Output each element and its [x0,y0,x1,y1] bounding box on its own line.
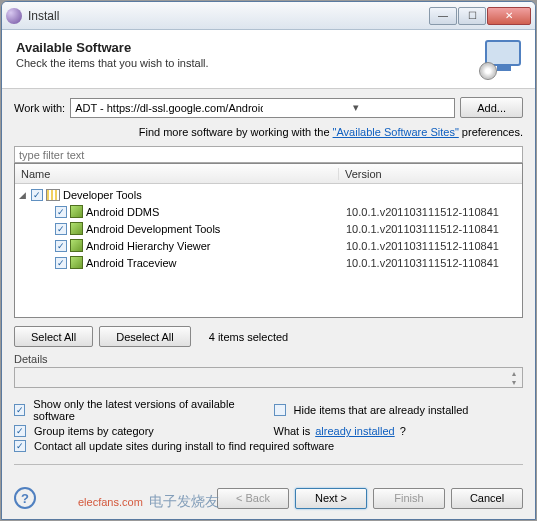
maximize-button[interactable]: ☐ [458,7,486,25]
checkbox[interactable]: ✓ [55,206,67,218]
chevron-down-icon: ▾ [263,101,451,114]
install-icon [479,40,521,82]
add-button[interactable]: Add... [460,97,523,118]
already-installed-link[interactable]: already installed [315,425,395,437]
software-tree: Name Version ◢ ✓ Developer Tools ✓ Andro… [14,163,523,318]
deselect-all-button[interactable]: Deselect All [99,326,190,347]
opt-show-latest: Show only the latest versions of availab… [33,398,263,422]
page-subtitle: Check the items that you wish to install… [16,57,479,69]
separator [14,464,523,465]
checkbox-hide-installed[interactable]: ✓ [274,404,286,416]
install-dialog: Install — ☐ ✕ Available Software Check t… [1,1,536,520]
tree-item[interactable]: ✓ Android Hierarchy Viewer 10.0.1.v20110… [15,237,522,254]
work-with-combo[interactable]: ADT - https://dl-ssl.google.com/Android/… [70,98,455,118]
select-all-button[interactable]: Select All [14,326,93,347]
minimize-button[interactable]: — [429,7,457,25]
tree-root-label: Developer Tools [63,189,142,201]
tree-item[interactable]: ✓ Android Traceview 10.0.1.v201103111512… [15,254,522,271]
opt-contact-sites: Contact all update sites during install … [34,440,334,452]
wizard-header: Available Software Check the items that … [2,30,535,89]
filter-input[interactable] [14,146,523,163]
work-with-value: ADT - https://dl-ssl.google.com/Android/… [75,102,263,114]
details-label: Details [14,353,523,365]
sites-hint: Find more software by working with the "… [14,126,523,138]
category-icon [46,189,60,201]
what-is-text: What is [274,425,311,437]
cancel-button[interactable]: Cancel [451,488,523,509]
package-icon [70,239,83,252]
package-icon [70,256,83,269]
window-title: Install [28,9,429,23]
tree-root[interactable]: ◢ ✓ Developer Tools [15,186,522,203]
tree-item[interactable]: ✓ Android Development Tools 10.0.1.v2011… [15,220,522,237]
scroll-down-icon[interactable]: ▾ [507,378,521,387]
checkbox[interactable]: ✓ [55,223,67,235]
column-name[interactable]: Name [15,168,339,180]
next-button[interactable]: Next > [295,488,367,509]
checkbox-show-latest[interactable]: ✓ [14,404,25,416]
selection-count: 4 items selected [209,331,288,343]
tree-item[interactable]: ✓ Android DDMS 10.0.1.v201103111512-1108… [15,203,522,220]
work-with-label: Work with: [14,102,65,114]
finish-button[interactable]: Finish [373,488,445,509]
checkbox[interactable]: ✓ [31,189,43,201]
back-button[interactable]: < Back [217,488,289,509]
column-version[interactable]: Version [339,168,522,180]
available-sites-link[interactable]: "Available Software Sites" [333,126,459,138]
checkbox[interactable]: ✓ [55,257,67,269]
expand-icon[interactable]: ◢ [19,190,31,200]
app-icon [6,8,22,24]
checkbox-group-category[interactable]: ✓ [14,425,26,437]
package-icon [70,205,83,218]
help-icon[interactable]: ? [14,487,36,509]
opt-group-category: Group items by category [34,425,154,437]
close-button[interactable]: ✕ [487,7,531,25]
details-box: ▴▾ [14,367,523,388]
checkbox[interactable]: ✓ [55,240,67,252]
scroll-up-icon[interactable]: ▴ [507,369,521,378]
page-title: Available Software [16,40,479,55]
window-controls: — ☐ ✕ [429,7,531,25]
titlebar: Install — ☐ ✕ [2,2,535,30]
checkbox-contact-sites[interactable]: ✓ [14,440,26,452]
opt-hide-installed: Hide items that are already installed [294,404,469,416]
package-icon [70,222,83,235]
